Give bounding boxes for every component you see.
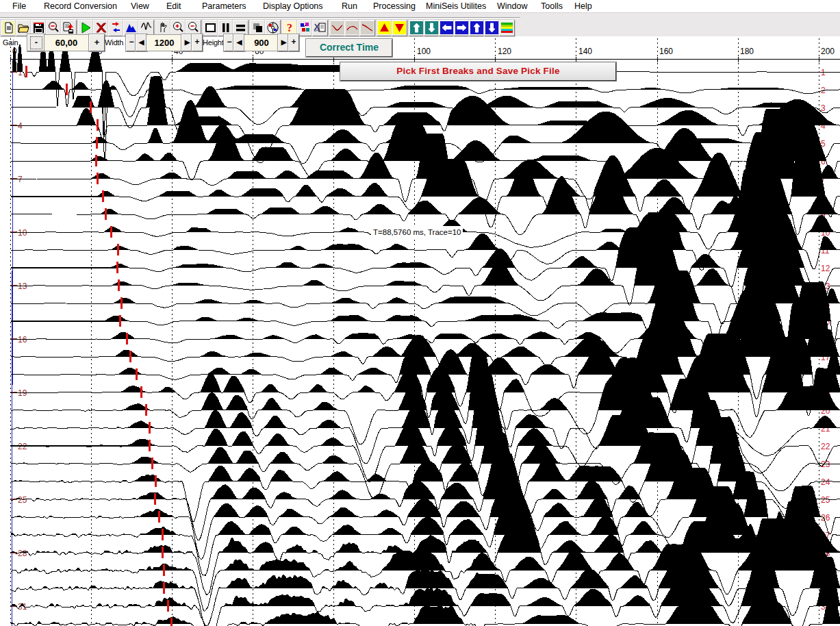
svg-text:25: 25 <box>18 495 27 505</box>
svg-text:120: 120 <box>498 47 511 56</box>
svg-text:140: 140 <box>578 47 592 56</box>
svg-text:T=88,5760 ms, Trace=10: T=88,5760 ms, Trace=10 <box>373 228 461 236</box>
svg-text:24: 24 <box>821 477 830 487</box>
svg-text:28: 28 <box>18 549 27 558</box>
svg-text:13: 13 <box>18 281 27 291</box>
svg-text:4: 4 <box>18 121 23 131</box>
svg-text:10: 10 <box>18 228 27 238</box>
svg-text:0: 0 <box>12 47 17 56</box>
svg-text:1: 1 <box>821 68 826 77</box>
svg-text:26: 26 <box>821 513 830 523</box>
svg-text:?: ? <box>287 22 292 34</box>
svg-text:180: 180 <box>740 47 754 56</box>
svg-text:25: 25 <box>821 495 830 505</box>
svg-text:7: 7 <box>18 175 23 184</box>
svg-text:160: 160 <box>659 47 673 56</box>
svg-text:16: 16 <box>18 335 27 345</box>
svg-text:23: 23 <box>821 460 830 469</box>
svg-text:12: 12 <box>821 264 830 273</box>
svg-text:100: 100 <box>417 47 431 56</box>
svg-text:22: 22 <box>821 442 830 451</box>
svg-text:200: 200 <box>821 47 835 56</box>
svg-text:19: 19 <box>18 388 27 398</box>
